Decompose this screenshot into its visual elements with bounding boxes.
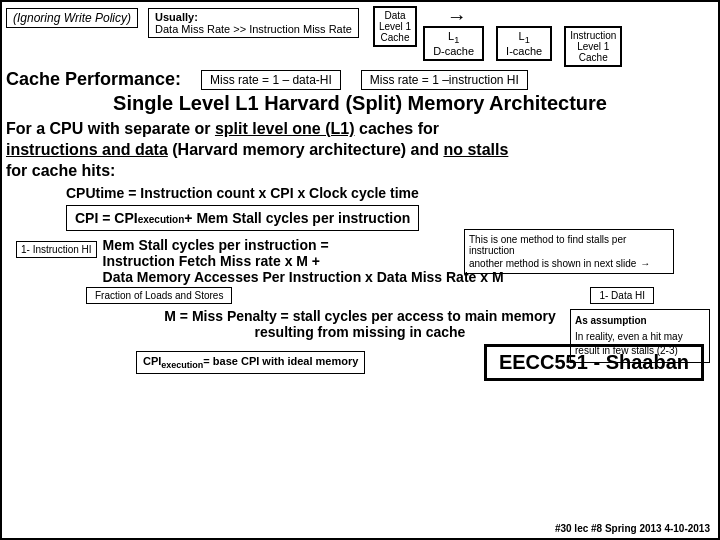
method-line2: another method is shown in next slide <box>469 258 636 269</box>
cpi-exec-label: CPI <box>143 355 161 367</box>
fraction-box: Fraction of Loads and Stores <box>86 287 232 304</box>
method-line1: This is one method to find stalls per in… <box>469 234 669 256</box>
cpi-exec-equals: = base CPI with ideal memory <box>203 355 358 367</box>
instructions-and-data: instructions and data <box>6 141 168 158</box>
usually-label: Usually: <box>155 11 352 23</box>
miss-rate-i-box: Miss rate = 1 –instruction HI <box>361 70 528 90</box>
ignoring-label: (Ignoring Write Policy) <box>13 11 131 25</box>
cpu-paragraph: For a CPU with separate or split level o… <box>6 119 714 181</box>
cpu-para-line2: instructions and data (Harvard memory ar… <box>6 140 714 161</box>
method-box: This is one method to find stalls per in… <box>464 229 674 274</box>
cpi-exec-box: CPIexecution= base CPI with ideal memory <box>136 351 365 374</box>
assumption-box: As assumption In reality, even a hit may… <box>570 309 710 363</box>
cache-diagram: Data Level 1 Cache → L1 D-cache → L1 I-c… <box>373 6 622 67</box>
single-level-title: Single Level L1 Harvard (Split) Memory A… <box>6 92 714 115</box>
instruction-hi-label: 1- Instruction HI <box>21 244 92 255</box>
cpi-execution-sub: execution <box>138 214 185 225</box>
cpu-para-line3: for cache hits: <box>6 161 714 182</box>
mem-stall-line1: Mem Stall cycles per instruction = <box>103 237 504 253</box>
mem-stall-lines: Mem Stall cycles per instruction = Instr… <box>103 237 504 285</box>
footer: #30 lec #8 Spring 2013 4-10-2013 <box>555 523 710 534</box>
assumption-text: In reality, even a hit may result in few… <box>575 330 705 358</box>
cpu-para-line1: For a CPU with separate or split level o… <box>6 119 714 140</box>
cpi-box: CPI = CPIexecution + Mem Stall cycles pe… <box>66 205 419 231</box>
miss-rate-d-box: Miss rate = 1 – data-HI <box>201 70 341 90</box>
l1-d-cache-box: L1 D-cache <box>423 26 484 61</box>
instruction-hi-box: 1- Instruction HI <box>16 241 97 258</box>
usually-box: Usually: Data Miss Rate >> Instruction M… <box>148 8 359 38</box>
header-row: (Ignoring Write Policy) Usually: Data Mi… <box>6 6 714 67</box>
cpu-time-text: CPUtime = Instruction count x CPI x Cloc… <box>66 185 419 201</box>
cpu-time-row: CPUtime = Instruction count x CPI x Cloc… <box>66 185 714 201</box>
assumption-title: As assumption <box>575 314 705 328</box>
usually-detail: Data Miss Rate >> Instruction Miss Rate <box>155 23 352 35</box>
mem-stall-line3: Data Memory Accesses Per Instruction x D… <box>103 269 504 285</box>
l1-i-cache-box: L1 I-cache <box>496 26 552 61</box>
data-level1-box: Data Level 1 Cache <box>373 6 417 47</box>
cache-performance-row: Cache Performance: Miss rate = 1 – data-… <box>6 69 714 90</box>
instruction-level1-box: Instruction Level 1 Cache <box>564 26 622 67</box>
ignoring-write-policy: (Ignoring Write Policy) <box>6 8 138 28</box>
cpi-exec-sub: execution <box>161 360 203 370</box>
data-hi-box: 1- Data HI <box>590 287 654 304</box>
mem-stall-line2: Instruction Fetch Miss rate x M + <box>103 253 504 269</box>
cache-performance-title: Cache Performance: <box>6 69 181 90</box>
cpi-label: CPI = CPI <box>75 210 138 226</box>
fraction-row: Fraction of Loads and Stores 1- Data HI <box>86 287 714 304</box>
cpi-row-wrapper: CPI = CPIexecution + Mem Stall cycles pe… <box>66 205 714 231</box>
cpi-plus-mem: + Mem Stall cycles per instruction <box>184 210 410 226</box>
main-container: (Ignoring Write Policy) Usually: Data Mi… <box>0 0 720 540</box>
